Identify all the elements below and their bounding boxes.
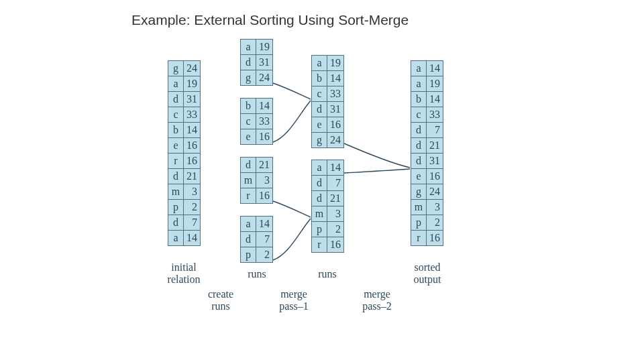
table-row: d7 [241, 231, 272, 247]
value-cell: 21 [256, 158, 272, 172]
value-cell: 14 [256, 217, 272, 231]
label-sorted: sorted output [407, 261, 447, 285]
value-cell: 21 [184, 169, 200, 184]
table-row: a14 [241, 217, 272, 231]
key-cell: b [411, 92, 427, 107]
table-row: p2 [241, 247, 272, 262]
value-cell: 21 [427, 138, 443, 153]
key-cell: a [312, 160, 327, 175]
label-create-runs: create runs [204, 288, 237, 312]
value-cell: 19 [256, 40, 272, 54]
key-cell: a [168, 76, 184, 91]
table-row: d7 [411, 122, 443, 137]
value-cell: 33 [256, 114, 272, 129]
key-cell: d [312, 102, 327, 117]
key-cell: d [411, 123, 427, 137]
table-row: e16 [241, 129, 272, 144]
value-cell: 14 [327, 160, 343, 175]
run2-1: a14d7d21m3p2r16 [311, 160, 344, 253]
table-row: e16 [411, 168, 443, 184]
key-cell: c [411, 107, 427, 122]
initial-relation-table: g24a19d31c33b14e16r16d21m3p2d7a14 [168, 60, 201, 246]
key-cell: a [411, 76, 427, 91]
value-cell: 14 [184, 123, 200, 137]
key-cell: m [168, 184, 184, 199]
key-cell: a [312, 56, 327, 70]
key-cell: a [168, 231, 184, 245]
value-cell: 2 [427, 215, 443, 230]
label-initial: initial relation [166, 261, 201, 285]
value-cell: 16 [184, 154, 200, 168]
table-row: c33 [411, 107, 443, 122]
value-cell: 3 [427, 200, 443, 215]
value-cell: 33 [327, 86, 343, 101]
table-row: c33 [241, 113, 272, 129]
key-cell: r [168, 154, 184, 168]
key-cell: a [411, 61, 427, 76]
key-cell: p [241, 247, 256, 262]
key-cell: d [168, 215, 184, 230]
key-cell: d [168, 92, 184, 107]
table-row: m3 [241, 172, 272, 188]
table-row: d31 [241, 54, 272, 70]
value-cell: 3 [256, 173, 272, 188]
table-row: g24 [411, 184, 443, 199]
value-cell: 7 [427, 123, 443, 137]
key-cell: r [411, 231, 427, 245]
key-cell: d [312, 191, 327, 206]
label-merge-pass-2: merge pass–2 [358, 288, 396, 312]
value-cell: 19 [327, 56, 343, 70]
table-row: p2 [312, 221, 343, 237]
key-cell: d [168, 169, 184, 184]
run1-2: d21m3r16 [240, 157, 273, 204]
value-cell: 14 [427, 92, 443, 107]
key-cell: e [411, 169, 427, 184]
table-row: g24 [241, 70, 272, 85]
value-cell: 2 [327, 222, 343, 237]
key-cell: a [241, 217, 256, 231]
key-cell: r [241, 188, 256, 203]
value-cell: 16 [427, 231, 443, 245]
table-row: r16 [241, 188, 272, 203]
key-cell: c [312, 86, 327, 101]
key-cell: c [241, 114, 256, 129]
diagram-stage: g24a19d31c33b14e16r16d21m3p2d7a14 a19d31… [168, 36, 476, 345]
value-cell: 16 [256, 188, 272, 203]
value-cell: 7 [327, 176, 343, 190]
key-cell: r [312, 237, 327, 252]
table-row: d7 [168, 215, 200, 230]
key-cell: d [312, 176, 327, 190]
key-cell: m [411, 200, 427, 215]
value-cell: 2 [256, 247, 272, 262]
table-row: g24 [168, 61, 200, 76]
label-runs-2: runs [314, 268, 341, 280]
table-row: a14 [411, 61, 443, 76]
value-cell: 24 [327, 133, 343, 147]
table-row: d21 [312, 190, 343, 206]
table-row: d21 [241, 158, 272, 172]
key-cell: b [241, 99, 256, 113]
table-row: a19 [312, 56, 343, 70]
page-title: Example: External Sorting Using Sort-Mer… [131, 12, 409, 28]
table-row: r16 [312, 237, 343, 252]
table-row: a14 [168, 230, 200, 245]
table-row: g24 [312, 132, 343, 147]
table-row: a14 [312, 160, 343, 175]
table-row: d21 [168, 168, 200, 184]
key-cell: e [241, 129, 256, 144]
value-cell: 31 [327, 102, 343, 117]
table-row: m3 [411, 199, 443, 215]
value-cell: 31 [256, 55, 272, 70]
table-row: m3 [312, 206, 343, 221]
key-cell: g [241, 70, 256, 85]
table-row: d21 [411, 137, 443, 153]
table-row: e16 [312, 117, 343, 132]
key-cell: d [411, 154, 427, 168]
run1-0: a19d31g24 [240, 39, 273, 86]
table-row: a19 [241, 40, 272, 54]
value-cell: 19 [427, 76, 443, 91]
value-cell: 31 [427, 154, 443, 168]
table-row: r16 [168, 153, 200, 168]
label-merge-pass-1: merge pass–1 [275, 288, 313, 312]
key-cell: p [312, 222, 327, 237]
